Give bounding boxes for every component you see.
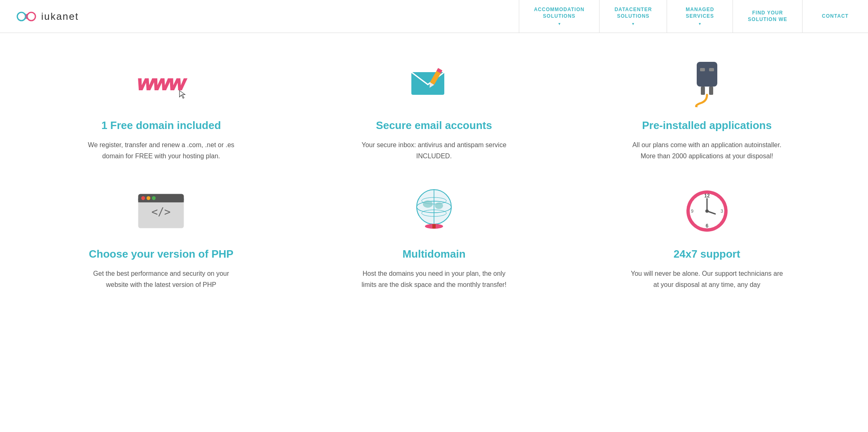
email-desc: Your secure inbox: antivirus and antispa…: [356, 139, 512, 162]
svg-point-1: [27, 12, 35, 21]
email-title: Secure email accounts: [376, 119, 492, 133]
svg-text:9: 9: [691, 209, 693, 214]
main-content: www 1 Free domain included We register, …: [0, 33, 868, 307]
nav-item-find[interactable]: FIND YOURSOLUTION WE: [733, 0, 802, 33]
svg-rect-10: [700, 68, 705, 71]
domain-desc: We register, transfer and renew a .com, …: [83, 139, 239, 162]
logo[interactable]: iukanet: [0, 0, 95, 33]
nav-links: ACCOMMODATIONSOLUTIONS ▾ DATACENTERSOLUT…: [95, 0, 868, 33]
chevron-down-icon: ▾: [699, 21, 701, 26]
support-desc: You will never be alone. Our support tec…: [629, 268, 785, 290]
chevron-down-icon: ▾: [558, 21, 560, 26]
nav-item-contact[interactable]: CONTACT: [802, 0, 868, 33]
svg-point-16: [147, 196, 150, 200]
apps-title: Pre-installed applications: [642, 119, 772, 133]
svg-point-25: [423, 200, 433, 208]
email-icon: [409, 58, 459, 107]
logo-text: iukanet: [41, 11, 79, 22]
nav-item-datacenter[interactable]: DATACENTERSOLUTIONS ▾: [599, 0, 667, 33]
apps-desc: All our plans come with an application a…: [629, 139, 785, 162]
svg-rect-7: [697, 62, 717, 87]
nav-item-managed[interactable]: MANAGEDSERVICES ▾: [667, 0, 733, 33]
multidomain-title: Multidomain: [402, 247, 465, 261]
globe-svg: [413, 188, 455, 234]
domain-icon: www: [136, 58, 186, 107]
chevron-down-icon: ▾: [632, 21, 634, 26]
feature-email: Secure email accounts Your secure inbox:…: [306, 58, 562, 162]
svg-text:3: 3: [721, 209, 723, 214]
svg-rect-8: [701, 87, 705, 95]
svg-rect-14: [138, 199, 184, 202]
support-title: 24x7 support: [674, 247, 740, 261]
apps-icon: [682, 58, 732, 107]
svg-text:6: 6: [705, 223, 708, 229]
svg-text:12: 12: [704, 193, 710, 199]
svg-point-15: [141, 196, 145, 200]
logo-icon: [16, 10, 36, 23]
email-svg: [409, 66, 459, 99]
navbar: iukanet ACCOMMODATIONSOLUTIONS ▾ DATACEN…: [0, 0, 868, 33]
svg-marker-2: [180, 91, 185, 99]
feature-apps: Pre-installed applications All our plans…: [579, 58, 835, 162]
features-grid: www 1 Free domain included We register, …: [33, 58, 835, 290]
svg-rect-28: [432, 224, 436, 228]
code-svg: </>: [136, 190, 186, 232]
multidomain-icon: [409, 186, 459, 236]
nav-item-accommodation[interactable]: ACCOMMODATIONSOLUTIONS ▾: [519, 0, 600, 33]
svg-text:</>: </>: [152, 206, 171, 218]
multidomain-desc: Host the domains you need in your plan, …: [356, 268, 512, 290]
php-title: Choose your version of PHP: [89, 247, 233, 261]
plugin-svg: [688, 58, 726, 107]
svg-point-26: [435, 202, 443, 209]
clock-svg: 12 3 6 9: [684, 188, 730, 234]
svg-point-37: [705, 209, 709, 213]
feature-php: </> Choose your version of PHP Get the b…: [33, 186, 289, 290]
support-icon: 12 3 6 9: [682, 186, 732, 236]
php-icon: </>: [136, 186, 186, 236]
php-desc: Get the best performance and security on…: [83, 268, 239, 290]
domain-title: 1 Free domain included: [101, 119, 221, 133]
svg-rect-9: [709, 87, 713, 95]
feature-domain: www 1 Free domain included We register, …: [33, 58, 289, 162]
feature-support: 12 3 6 9 24x7 support You will never be …: [579, 186, 835, 290]
svg-point-0: [17, 12, 26, 21]
svg-point-17: [152, 196, 156, 200]
feature-multidomain: Multidomain Host the domains you need in…: [306, 186, 562, 290]
svg-rect-11: [709, 68, 714, 71]
cursor-icon: [178, 90, 187, 99]
